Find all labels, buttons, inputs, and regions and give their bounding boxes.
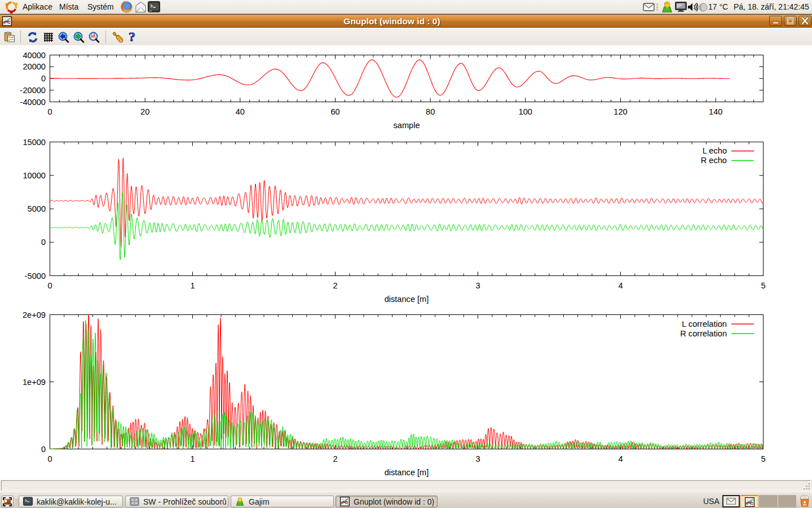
svg-text:140: 140 <box>709 107 722 116</box>
svg-text:5: 5 <box>761 454 765 463</box>
svg-text:120: 120 <box>614 107 627 116</box>
svg-text:-20000: -20000 <box>20 86 46 95</box>
svg-text:3: 3 <box>475 454 480 463</box>
svg-text:R echo: R echo <box>701 156 727 165</box>
svg-text:10000: 10000 <box>23 171 46 180</box>
svg-text:L correlation: L correlation <box>682 319 727 329</box>
svg-text:20000: 20000 <box>23 62 46 71</box>
svg-text:-40000: -40000 <box>20 98 46 107</box>
svg-text:0: 0 <box>47 281 52 290</box>
svg-text:3: 3 <box>475 281 480 290</box>
svg-text:4: 4 <box>618 454 623 463</box>
svg-text:2e+09: 2e+09 <box>23 310 46 319</box>
svg-text:L echo: L echo <box>703 146 727 155</box>
svg-text:0: 0 <box>47 454 52 463</box>
svg-text:15000: 15000 <box>23 138 46 147</box>
svg-text:distance [m]: distance [m] <box>385 468 429 477</box>
svg-text:?: ? <box>129 30 135 44</box>
svg-text:R correlation: R correlation <box>680 329 727 338</box>
svg-text:100: 100 <box>519 107 532 116</box>
svg-text:0: 0 <box>41 238 46 247</box>
svg-text:60: 60 <box>330 107 339 116</box>
svg-text:0: 0 <box>41 74 46 83</box>
svg-text:sample: sample <box>393 121 420 130</box>
svg-text:40: 40 <box>236 107 245 116</box>
svg-text:1: 1 <box>190 454 195 463</box>
svg-text:20: 20 <box>140 107 149 116</box>
svg-text:4: 4 <box>618 281 623 290</box>
svg-text:2: 2 <box>333 281 337 290</box>
svg-text:2: 2 <box>333 454 337 463</box>
svg-text:5: 5 <box>761 281 765 290</box>
svg-text:40000: 40000 <box>23 51 46 60</box>
svg-text:0: 0 <box>41 445 46 454</box>
svg-text:1e+09: 1e+09 <box>23 378 46 387</box>
svg-text:5000: 5000 <box>28 204 46 213</box>
svg-text:80: 80 <box>426 107 435 116</box>
svg-text:-5000: -5000 <box>25 271 46 281</box>
svg-text:0: 0 <box>47 107 52 116</box>
svg-text:distance [m]: distance [m] <box>385 295 429 304</box>
svg-text:1: 1 <box>190 281 195 290</box>
